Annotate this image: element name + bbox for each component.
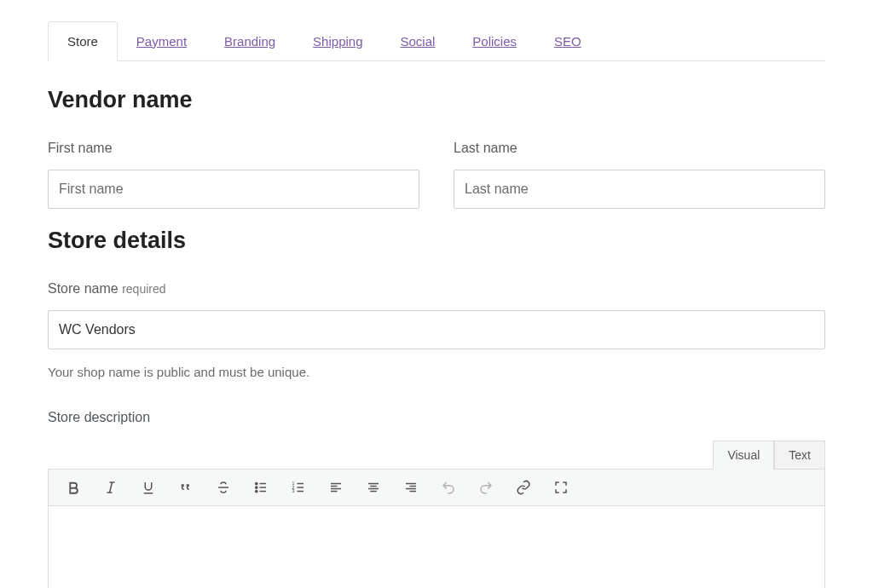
store-name-helper: Your shop name is public and must be uni… <box>48 365 825 379</box>
vendor-name-heading: Vendor name <box>48 87 825 113</box>
tab-shipping[interactable]: Shipping <box>294 21 381 61</box>
tab-social[interactable]: Social <box>382 21 454 61</box>
italic-icon[interactable] <box>101 478 120 497</box>
align-left-icon[interactable] <box>327 478 345 497</box>
tab-payment[interactable]: Payment <box>118 21 205 61</box>
store-name-input[interactable] <box>48 310 825 349</box>
strikethrough-icon[interactable] <box>214 478 233 497</box>
store-name-required: required <box>122 282 165 296</box>
last-name-input[interactable] <box>454 170 825 209</box>
undo-icon[interactable] <box>439 478 458 497</box>
store-details-heading: Store details <box>48 228 825 254</box>
fullscreen-icon[interactable] <box>552 478 570 497</box>
settings-tabs: Store Payment Branding Shipping Social P… <box>48 21 825 61</box>
link-icon[interactable] <box>514 478 533 497</box>
editor-tab-text[interactable]: Text <box>774 441 825 469</box>
store-description-editor: Visual Text 123 <box>48 441 825 588</box>
editor-toolbar: 123 <box>48 469 825 506</box>
svg-point-1 <box>256 487 257 488</box>
first-name-input[interactable] <box>48 170 419 209</box>
store-name-label: Store name required <box>48 281 825 297</box>
svg-text:3: 3 <box>292 488 295 493</box>
first-name-label: First name <box>48 141 419 156</box>
numbered-list-icon[interactable]: 123 <box>289 478 308 497</box>
bold-icon[interactable] <box>64 478 83 497</box>
svg-point-0 <box>256 482 257 484</box>
editor-content[interactable] <box>48 506 825 588</box>
bullet-list-icon[interactable] <box>251 478 270 497</box>
redo-icon[interactable] <box>477 478 495 497</box>
tab-seo[interactable]: SEO <box>535 21 600 61</box>
align-right-icon[interactable] <box>402 478 420 497</box>
vendor-name-row: First name Last name <box>48 141 825 209</box>
editor-tab-visual[interactable]: Visual <box>713 441 774 470</box>
tab-policies[interactable]: Policies <box>454 21 535 61</box>
underline-icon[interactable] <box>139 478 158 497</box>
tab-store[interactable]: Store <box>48 21 118 61</box>
blockquote-icon[interactable] <box>176 478 195 497</box>
store-description-label: Store description <box>48 410 825 425</box>
tab-branding[interactable]: Branding <box>205 21 294 61</box>
last-name-label: Last name <box>454 141 825 156</box>
svg-point-2 <box>256 490 257 492</box>
store-name-label-text: Store name <box>48 281 119 296</box>
align-center-icon[interactable] <box>364 478 383 497</box>
